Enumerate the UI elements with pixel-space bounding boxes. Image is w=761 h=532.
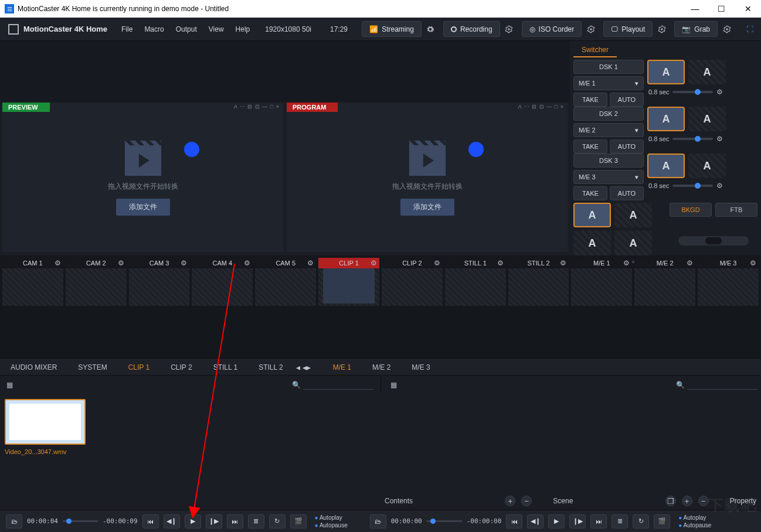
gear-icon[interactable]: ⚙ (497, 259, 504, 267)
fullscreen-icon[interactable]: ⛶ (742, 21, 757, 37)
source-slot[interactable]: CLIP 1 ⚙ (318, 258, 379, 306)
me-select[interactable]: M/E 2▾ (573, 123, 644, 137)
dsk-a-button[interactable]: A (688, 107, 726, 131)
list-icon[interactable]: ≣ (611, 514, 628, 528)
dsk-a-button[interactable]: A (647, 60, 685, 84)
clapboard-icon[interactable]: 🎬 (290, 514, 307, 528)
menu-help[interactable]: Help (230, 25, 256, 33)
me-browser[interactable]: Contents + − Scene ❐ + − Property (380, 394, 761, 510)
tab-m-e 2[interactable]: M/E 2 (362, 359, 401, 375)
browse-button[interactable]: 🗁 (6, 514, 22, 528)
auto-button[interactable]: AUTO (610, 93, 644, 107)
program-add-file-button[interactable]: 添加文件 (400, 199, 454, 216)
source-slot[interactable]: M/E 3 ⚙ (698, 258, 759, 306)
tab-m-e 1[interactable]: M/E 1 (322, 359, 362, 375)
step-fwd-button[interactable]: ❙▶ (569, 514, 586, 528)
autoplay-label[interactable]: Autoplay (320, 514, 342, 521)
tab-still 1[interactable]: STILL 1 (203, 359, 249, 375)
close-button[interactable]: ✕ (735, 0, 761, 18)
layer-a-button[interactable]: A (614, 203, 652, 227)
grab-gear-icon[interactable] (719, 21, 735, 37)
tab-audio mixer[interactable]: AUDIO MIXER (0, 359, 67, 375)
dsk-a-button[interactable]: A (647, 154, 685, 178)
duration-slider[interactable] (672, 138, 713, 140)
remove-content-button[interactable]: − (521, 496, 532, 506)
step-fwd-button[interactable]: ❙▶ (206, 514, 222, 528)
skip-end-button[interactable]: ⏭ (227, 514, 243, 528)
layer-a-button[interactable]: A (573, 203, 611, 227)
skip-start-button[interactable]: ⏮ (506, 514, 522, 528)
source-slot[interactable]: CAM 4 ⚙ (192, 258, 253, 306)
search-input[interactable] (303, 381, 373, 390)
gear-icon[interactable]: ⚙ (560, 259, 566, 267)
iso-corder-button[interactable]: ◎ISO Corder (522, 21, 582, 37)
tab-m-e 3[interactable]: M/E 3 (401, 359, 440, 375)
streaming-gear-icon[interactable] (423, 21, 439, 37)
duration-slider[interactable] (672, 91, 713, 93)
duration-slider[interactable] (672, 185, 713, 187)
remove-scene-button[interactable]: − (698, 496, 709, 506)
dsk-button[interactable]: DSK 3 (573, 154, 644, 168)
gear-icon[interactable]: ⚙ (687, 259, 693, 267)
me-select[interactable]: M/E 1▾ (573, 76, 644, 90)
me-select[interactable]: M/E 3▾ (573, 170, 644, 184)
loop-icon[interactable]: ↻ (269, 514, 286, 528)
loop-icon[interactable]: ↻ (633, 514, 649, 528)
play-button[interactable]: ▶ (548, 514, 565, 528)
add-content-button[interactable]: + (505, 496, 515, 506)
grid-view-icon[interactable]: ▦ (4, 379, 15, 391)
grid-view-icon[interactable]: ▦ (388, 379, 400, 391)
tab-system[interactable]: SYSTEM (67, 359, 117, 375)
take-button[interactable]: TAKE (573, 186, 607, 200)
gear-icon[interactable]: ⚙ (434, 259, 440, 267)
skip-end-button[interactable]: ⏭ (590, 514, 607, 528)
dsk-button[interactable]: DSK 1 (573, 60, 644, 74)
scrub-slider[interactable] (63, 520, 98, 522)
gear-icon[interactable]: ⚙ (716, 88, 726, 96)
recording-button[interactable]: Recording (443, 21, 500, 37)
recording-gear-icon[interactable] (501, 21, 517, 37)
source-slot[interactable]: STILL 1 ⚙ (445, 258, 506, 306)
browse-button[interactable]: 🗁 (370, 514, 386, 528)
dsk-a-button[interactable]: A (688, 154, 726, 178)
playout-button[interactable]: 🖵Playout (603, 21, 653, 37)
step-back-button[interactable]: ◀❙ (164, 514, 180, 528)
source-slot[interactable]: M/E 2 ⚙ (634, 258, 695, 306)
auto-button[interactable]: AUTO (610, 186, 644, 200)
menu-file[interactable]: File (115, 25, 138, 33)
minimize-button[interactable]: — (682, 0, 708, 18)
gear-icon[interactable]: ⚙ (716, 182, 726, 190)
playout-gear-icon[interactable] (654, 21, 670, 37)
autopause-label[interactable]: Autopause (684, 522, 712, 528)
menu-view[interactable]: View (203, 25, 230, 33)
tabs-nav-icon[interactable]: ◂ ◂▸ (294, 359, 313, 375)
gear-icon[interactable]: ⚙ (55, 259, 61, 267)
gear-icon[interactable]: ⚙ (244, 259, 250, 267)
gear-icon[interactable]: ⚙ (371, 259, 377, 267)
clapboard-icon[interactable]: 🎬 (654, 514, 670, 528)
iso-gear-icon[interactable] (583, 21, 599, 37)
menu-macro[interactable]: Macro (138, 25, 169, 33)
tab-still 2[interactable]: STILL 2 (248, 359, 294, 375)
list-icon[interactable]: ≣ (248, 514, 264, 528)
take-button[interactable]: TAKE (573, 139, 607, 154)
menu-output[interactable]: Output (170, 25, 203, 33)
dsk-button[interactable]: DSK 2 (573, 107, 644, 121)
autoplay-label[interactable]: Autoplay (684, 514, 706, 521)
source-slot[interactable]: CAM 5 ⚙ (255, 258, 316, 306)
preview-add-file-button[interactable]: 添加文件 (116, 199, 170, 216)
autopause-label[interactable]: Autopause (320, 522, 348, 528)
gear-icon[interactable]: ⚙ (750, 259, 756, 267)
layer-a-button[interactable]: A (614, 231, 652, 255)
step-back-button[interactable]: ◀❙ (527, 514, 543, 528)
program-monitor[interactable]: PROGRAM A ⋯ ⊟ ⊡ — □ × 拖入视频文件开始转换 添加文件 (287, 103, 568, 252)
skip-start-button[interactable]: ⏮ (142, 514, 159, 528)
streaming-button[interactable]: 📶Streaming (362, 21, 422, 37)
dsk-a-button[interactable]: A (688, 60, 726, 84)
clip-item[interactable]: Video_20...3047.wmv (5, 399, 86, 455)
grab-button[interactable]: 📷Grab (674, 21, 718, 37)
gear-icon[interactable]: ⚙ (623, 259, 630, 267)
me-search[interactable]: 🔍 (676, 381, 757, 390)
add-scene-button[interactable]: + (682, 496, 692, 506)
tab-clip 1[interactable]: CLIP 1 (118, 359, 160, 375)
